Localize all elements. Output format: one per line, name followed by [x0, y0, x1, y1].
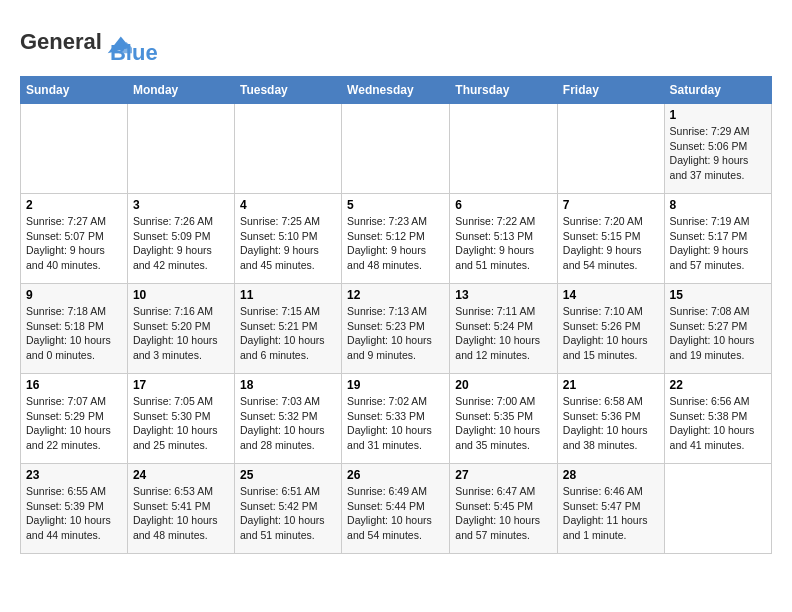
day-number: 18 — [240, 378, 336, 392]
day-info: Sunrise: 6:46 AM Sunset: 5:47 PM Dayligh… — [563, 484, 659, 543]
day-number: 11 — [240, 288, 336, 302]
day-header-tuesday: Tuesday — [234, 77, 341, 104]
day-number: 27 — [455, 468, 552, 482]
day-info: Sunrise: 7:02 AM Sunset: 5:33 PM Dayligh… — [347, 394, 444, 453]
day-info: Sunrise: 7:19 AM Sunset: 5:17 PM Dayligh… — [670, 214, 766, 273]
day-number: 22 — [670, 378, 766, 392]
day-number: 20 — [455, 378, 552, 392]
day-info: Sunrise: 7:29 AM Sunset: 5:06 PM Dayligh… — [670, 124, 766, 183]
day-info: Sunrise: 7:26 AM Sunset: 5:09 PM Dayligh… — [133, 214, 229, 273]
day-header-friday: Friday — [557, 77, 664, 104]
day-number: 8 — [670, 198, 766, 212]
calendar-week-2: 2Sunrise: 7:27 AM Sunset: 5:07 PM Daylig… — [21, 194, 772, 284]
day-number: 17 — [133, 378, 229, 392]
calendar-header-row: SundayMondayTuesdayWednesdayThursdayFrid… — [21, 77, 772, 104]
day-number: 2 — [26, 198, 122, 212]
day-info: Sunrise: 7:20 AM Sunset: 5:15 PM Dayligh… — [563, 214, 659, 273]
calendar-week-1: 1Sunrise: 7:29 AM Sunset: 5:06 PM Daylig… — [21, 104, 772, 194]
day-number: 26 — [347, 468, 444, 482]
page-header: General Blue — [20, 20, 772, 66]
day-number: 13 — [455, 288, 552, 302]
day-number: 7 — [563, 198, 659, 212]
calendar-cell: 13Sunrise: 7:11 AM Sunset: 5:24 PM Dayli… — [450, 284, 558, 374]
calendar-cell: 21Sunrise: 6:58 AM Sunset: 5:36 PM Dayli… — [557, 374, 664, 464]
calendar-cell: 6Sunrise: 7:22 AM Sunset: 5:13 PM Daylig… — [450, 194, 558, 284]
day-number: 28 — [563, 468, 659, 482]
day-info: Sunrise: 6:51 AM Sunset: 5:42 PM Dayligh… — [240, 484, 336, 543]
calendar-week-3: 9Sunrise: 7:18 AM Sunset: 5:18 PM Daylig… — [21, 284, 772, 374]
day-number: 23 — [26, 468, 122, 482]
day-header-thursday: Thursday — [450, 77, 558, 104]
day-info: Sunrise: 7:16 AM Sunset: 5:20 PM Dayligh… — [133, 304, 229, 363]
calendar-cell: 26Sunrise: 6:49 AM Sunset: 5:44 PM Dayli… — [342, 464, 450, 554]
calendar-cell: 16Sunrise: 7:07 AM Sunset: 5:29 PM Dayli… — [21, 374, 128, 464]
day-number: 12 — [347, 288, 444, 302]
calendar-cell: 1Sunrise: 7:29 AM Sunset: 5:06 PM Daylig… — [664, 104, 771, 194]
day-header-sunday: Sunday — [21, 77, 128, 104]
calendar-cell: 3Sunrise: 7:26 AM Sunset: 5:09 PM Daylig… — [127, 194, 234, 284]
calendar-cell: 17Sunrise: 7:05 AM Sunset: 5:30 PM Dayli… — [127, 374, 234, 464]
calendar-cell: 24Sunrise: 6:53 AM Sunset: 5:41 PM Dayli… — [127, 464, 234, 554]
day-header-wednesday: Wednesday — [342, 77, 450, 104]
calendar-cell — [342, 104, 450, 194]
calendar-table: SundayMondayTuesdayWednesdayThursdayFrid… — [20, 76, 772, 554]
calendar-cell — [234, 104, 341, 194]
day-number: 21 — [563, 378, 659, 392]
calendar-cell: 12Sunrise: 7:13 AM Sunset: 5:23 PM Dayli… — [342, 284, 450, 374]
day-info: Sunrise: 6:58 AM Sunset: 5:36 PM Dayligh… — [563, 394, 659, 453]
day-info: Sunrise: 7:13 AM Sunset: 5:23 PM Dayligh… — [347, 304, 444, 363]
day-info: Sunrise: 7:08 AM Sunset: 5:27 PM Dayligh… — [670, 304, 766, 363]
day-info: Sunrise: 7:22 AM Sunset: 5:13 PM Dayligh… — [455, 214, 552, 273]
calendar-cell: 28Sunrise: 6:46 AM Sunset: 5:47 PM Dayli… — [557, 464, 664, 554]
day-number: 16 — [26, 378, 122, 392]
day-header-saturday: Saturday — [664, 77, 771, 104]
day-number: 24 — [133, 468, 229, 482]
calendar-cell: 22Sunrise: 6:56 AM Sunset: 5:38 PM Dayli… — [664, 374, 771, 464]
day-info: Sunrise: 7:00 AM Sunset: 5:35 PM Dayligh… — [455, 394, 552, 453]
day-info: Sunrise: 7:07 AM Sunset: 5:29 PM Dayligh… — [26, 394, 122, 453]
day-info: Sunrise: 6:55 AM Sunset: 5:39 PM Dayligh… — [26, 484, 122, 543]
calendar-cell: 11Sunrise: 7:15 AM Sunset: 5:21 PM Dayli… — [234, 284, 341, 374]
calendar-cell: 7Sunrise: 7:20 AM Sunset: 5:15 PM Daylig… — [557, 194, 664, 284]
calendar-cell: 20Sunrise: 7:00 AM Sunset: 5:35 PM Dayli… — [450, 374, 558, 464]
day-info: Sunrise: 7:10 AM Sunset: 5:26 PM Dayligh… — [563, 304, 659, 363]
day-number: 6 — [455, 198, 552, 212]
day-info: Sunrise: 6:56 AM Sunset: 5:38 PM Dayligh… — [670, 394, 766, 453]
calendar-cell — [557, 104, 664, 194]
calendar-cell: 9Sunrise: 7:18 AM Sunset: 5:18 PM Daylig… — [21, 284, 128, 374]
day-number: 1 — [670, 108, 766, 122]
day-info: Sunrise: 6:53 AM Sunset: 5:41 PM Dayligh… — [133, 484, 229, 543]
calendar-cell: 27Sunrise: 6:47 AM Sunset: 5:45 PM Dayli… — [450, 464, 558, 554]
day-number: 5 — [347, 198, 444, 212]
day-number: 15 — [670, 288, 766, 302]
calendar-cell: 2Sunrise: 7:27 AM Sunset: 5:07 PM Daylig… — [21, 194, 128, 284]
day-info: Sunrise: 6:49 AM Sunset: 5:44 PM Dayligh… — [347, 484, 444, 543]
logo-blue: Blue — [110, 40, 158, 66]
calendar-week-5: 23Sunrise: 6:55 AM Sunset: 5:39 PM Dayli… — [21, 464, 772, 554]
calendar-cell: 8Sunrise: 7:19 AM Sunset: 5:17 PM Daylig… — [664, 194, 771, 284]
day-number: 3 — [133, 198, 229, 212]
calendar-cell — [450, 104, 558, 194]
day-number: 4 — [240, 198, 336, 212]
calendar-cell: 4Sunrise: 7:25 AM Sunset: 5:10 PM Daylig… — [234, 194, 341, 284]
calendar-body: 1Sunrise: 7:29 AM Sunset: 5:06 PM Daylig… — [21, 104, 772, 554]
day-number: 10 — [133, 288, 229, 302]
day-header-monday: Monday — [127, 77, 234, 104]
calendar-cell: 18Sunrise: 7:03 AM Sunset: 5:32 PM Dayli… — [234, 374, 341, 464]
calendar-cell: 14Sunrise: 7:10 AM Sunset: 5:26 PM Dayli… — [557, 284, 664, 374]
day-number: 14 — [563, 288, 659, 302]
calendar-cell: 5Sunrise: 7:23 AM Sunset: 5:12 PM Daylig… — [342, 194, 450, 284]
day-info: Sunrise: 7:23 AM Sunset: 5:12 PM Dayligh… — [347, 214, 444, 273]
day-info: Sunrise: 7:25 AM Sunset: 5:10 PM Dayligh… — [240, 214, 336, 273]
logo-general: General — [20, 29, 102, 54]
calendar-week-4: 16Sunrise: 7:07 AM Sunset: 5:29 PM Dayli… — [21, 374, 772, 464]
day-number: 25 — [240, 468, 336, 482]
day-info: Sunrise: 7:03 AM Sunset: 5:32 PM Dayligh… — [240, 394, 336, 453]
day-info: Sunrise: 7:05 AM Sunset: 5:30 PM Dayligh… — [133, 394, 229, 453]
day-info: Sunrise: 7:18 AM Sunset: 5:18 PM Dayligh… — [26, 304, 122, 363]
day-info: Sunrise: 7:15 AM Sunset: 5:21 PM Dayligh… — [240, 304, 336, 363]
day-info: Sunrise: 7:27 AM Sunset: 5:07 PM Dayligh… — [26, 214, 122, 273]
calendar-cell: 25Sunrise: 6:51 AM Sunset: 5:42 PM Dayli… — [234, 464, 341, 554]
calendar-cell: 15Sunrise: 7:08 AM Sunset: 5:27 PM Dayli… — [664, 284, 771, 374]
calendar-cell — [664, 464, 771, 554]
